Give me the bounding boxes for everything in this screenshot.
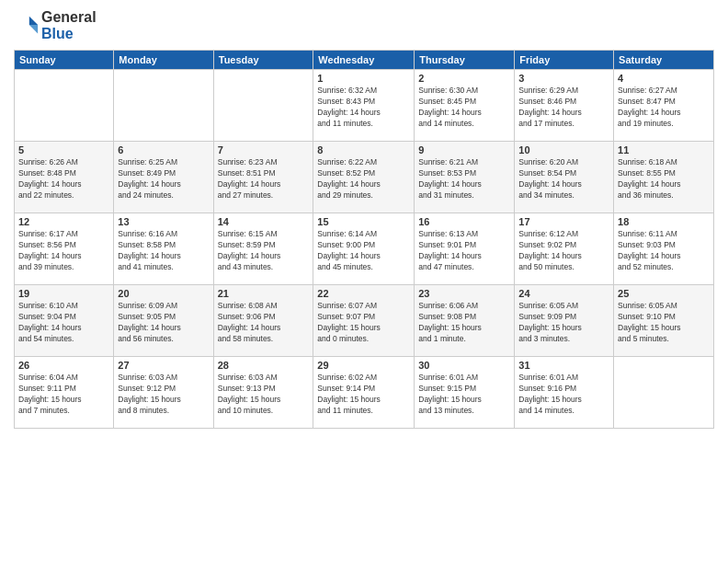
calendar: SundayMondayTuesdayWednesdayThursdayFrid… [14, 50, 714, 429]
day-info: Sunrise: 6:25 AM Sunset: 8:49 PM Dayligh… [118, 157, 209, 201]
day-info: Sunrise: 6:03 AM Sunset: 9:12 PM Dayligh… [118, 373, 209, 417]
day-number: 17 [518, 216, 609, 227]
day-number: 31 [518, 360, 609, 371]
svg-marker-1 [29, 25, 38, 33]
calendar-cell: 8Sunrise: 6:22 AM Sunset: 8:52 PM Daylig… [313, 142, 415, 213]
week-row-3: 12Sunrise: 6:17 AM Sunset: 8:56 PM Dayli… [15, 213, 714, 285]
calendar-cell: 4Sunrise: 6:27 AM Sunset: 8:47 PM Daylig… [614, 70, 714, 142]
day-number: 22 [317, 288, 410, 299]
day-info: Sunrise: 6:23 AM Sunset: 8:51 PM Dayligh… [218, 157, 310, 201]
day-info: Sunrise: 6:21 AM Sunset: 8:53 PM Dayligh… [418, 157, 510, 201]
day-number: 8 [317, 144, 410, 155]
day-number: 30 [418, 360, 510, 371]
day-number: 11 [618, 144, 710, 155]
day-number: 21 [218, 288, 310, 299]
day-number: 19 [18, 288, 109, 299]
day-info: Sunrise: 6:22 AM Sunset: 8:52 PM Dayligh… [317, 157, 410, 201]
day-number: 15 [317, 216, 410, 227]
day-number: 4 [618, 73, 710, 84]
day-info: Sunrise: 6:26 AM Sunset: 8:48 PM Dayligh… [18, 157, 109, 201]
calendar-cell: 7Sunrise: 6:23 AM Sunset: 8:51 PM Daylig… [213, 142, 313, 213]
calendar-cell: 11Sunrise: 6:18 AM Sunset: 8:55 PM Dayli… [614, 142, 714, 213]
day-info: Sunrise: 6:20 AM Sunset: 8:54 PM Dayligh… [518, 157, 609, 201]
calendar-cell: 29Sunrise: 6:02 AM Sunset: 9:14 PM Dayli… [313, 357, 415, 429]
day-number: 14 [218, 216, 310, 227]
weekday-header-tuesday: Tuesday [213, 51, 313, 70]
weekday-header-sunday: Sunday [15, 51, 114, 70]
calendar-cell: 28Sunrise: 6:03 AM Sunset: 9:13 PM Dayli… [213, 357, 313, 429]
calendar-cell: 30Sunrise: 6:01 AM Sunset: 9:15 PM Dayli… [415, 357, 515, 429]
calendar-cell: 12Sunrise: 6:17 AM Sunset: 8:56 PM Dayli… [15, 213, 114, 285]
logo-text: General Blue [41, 9, 97, 42]
day-number: 10 [518, 144, 609, 155]
day-info: Sunrise: 6:32 AM Sunset: 8:43 PM Dayligh… [317, 86, 410, 130]
day-number: 18 [618, 216, 710, 227]
weekday-header-friday: Friday [515, 51, 614, 70]
day-info: Sunrise: 6:02 AM Sunset: 9:14 PM Dayligh… [317, 373, 410, 417]
day-info: Sunrise: 6:29 AM Sunset: 8:46 PM Dayligh… [518, 86, 609, 130]
calendar-cell: 22Sunrise: 6:07 AM Sunset: 9:07 PM Dayli… [313, 285, 415, 357]
calendar-cell: 17Sunrise: 6:12 AM Sunset: 9:02 PM Dayli… [515, 213, 614, 285]
page: General Blue SundayMondayTuesdayWednesda… [0, 0, 728, 563]
day-info: Sunrise: 6:05 AM Sunset: 9:10 PM Dayligh… [618, 301, 710, 345]
calendar-cell [15, 70, 114, 142]
week-row-5: 26Sunrise: 6:04 AM Sunset: 9:11 PM Dayli… [15, 357, 714, 429]
week-row-1: 1Sunrise: 6:32 AM Sunset: 8:43 PM Daylig… [15, 70, 714, 142]
day-number: 7 [218, 144, 310, 155]
weekday-header-row: SundayMondayTuesdayWednesdayThursdayFrid… [15, 51, 714, 70]
calendar-cell: 5Sunrise: 6:26 AM Sunset: 8:48 PM Daylig… [15, 142, 114, 213]
week-row-2: 5Sunrise: 6:26 AM Sunset: 8:48 PM Daylig… [15, 142, 714, 213]
day-number: 23 [418, 288, 510, 299]
day-info: Sunrise: 6:03 AM Sunset: 9:13 PM Dayligh… [218, 373, 310, 417]
day-number: 29 [317, 360, 410, 371]
day-number: 28 [218, 360, 310, 371]
header: General Blue [14, 9, 714, 42]
day-info: Sunrise: 6:05 AM Sunset: 9:09 PM Dayligh… [518, 301, 609, 345]
day-info: Sunrise: 6:13 AM Sunset: 9:01 PM Dayligh… [418, 229, 510, 273]
weekday-header-saturday: Saturday [614, 51, 714, 70]
calendar-cell [213, 70, 313, 142]
calendar-cell: 25Sunrise: 6:05 AM Sunset: 9:10 PM Dayli… [614, 285, 714, 357]
calendar-cell [614, 357, 714, 429]
day-number: 9 [418, 144, 510, 155]
day-info: Sunrise: 6:18 AM Sunset: 8:55 PM Dayligh… [618, 157, 710, 201]
day-info: Sunrise: 6:09 AM Sunset: 9:05 PM Dayligh… [118, 301, 209, 345]
day-info: Sunrise: 6:01 AM Sunset: 9:16 PM Dayligh… [518, 373, 609, 417]
calendar-cell: 15Sunrise: 6:14 AM Sunset: 9:00 PM Dayli… [313, 213, 415, 285]
week-row-4: 19Sunrise: 6:10 AM Sunset: 9:04 PM Dayli… [15, 285, 714, 357]
day-number: 13 [118, 216, 209, 227]
day-number: 25 [618, 288, 710, 299]
weekday-header-wednesday: Wednesday [313, 51, 415, 70]
logo-icon [14, 13, 40, 39]
calendar-cell: 27Sunrise: 6:03 AM Sunset: 9:12 PM Dayli… [114, 357, 213, 429]
day-info: Sunrise: 6:14 AM Sunset: 9:00 PM Dayligh… [317, 229, 410, 273]
calendar-cell: 26Sunrise: 6:04 AM Sunset: 9:11 PM Dayli… [15, 357, 114, 429]
day-info: Sunrise: 6:16 AM Sunset: 8:58 PM Dayligh… [118, 229, 209, 273]
calendar-cell: 23Sunrise: 6:06 AM Sunset: 9:08 PM Dayli… [415, 285, 515, 357]
calendar-cell: 1Sunrise: 6:32 AM Sunset: 8:43 PM Daylig… [313, 70, 415, 142]
day-number: 3 [518, 73, 609, 84]
calendar-cell: 16Sunrise: 6:13 AM Sunset: 9:01 PM Dayli… [415, 213, 515, 285]
calendar-cell: 14Sunrise: 6:15 AM Sunset: 8:59 PM Dayli… [213, 213, 313, 285]
weekday-header-monday: Monday [114, 51, 213, 70]
day-number: 5 [18, 144, 109, 155]
day-number: 27 [118, 360, 209, 371]
day-info: Sunrise: 6:06 AM Sunset: 9:08 PM Dayligh… [418, 301, 510, 345]
day-number: 12 [18, 216, 109, 227]
logo: General Blue [14, 9, 97, 42]
day-info: Sunrise: 6:04 AM Sunset: 9:11 PM Dayligh… [18, 373, 109, 417]
calendar-cell: 2Sunrise: 6:30 AM Sunset: 8:45 PM Daylig… [415, 70, 515, 142]
day-number: 6 [118, 144, 209, 155]
calendar-cell: 21Sunrise: 6:08 AM Sunset: 9:06 PM Dayli… [213, 285, 313, 357]
day-info: Sunrise: 6:12 AM Sunset: 9:02 PM Dayligh… [518, 229, 609, 273]
day-info: Sunrise: 6:15 AM Sunset: 8:59 PM Dayligh… [218, 229, 310, 273]
day-info: Sunrise: 6:30 AM Sunset: 8:45 PM Dayligh… [418, 86, 510, 130]
weekday-header-thursday: Thursday [415, 51, 515, 70]
day-info: Sunrise: 6:01 AM Sunset: 9:15 PM Dayligh… [418, 373, 510, 417]
day-info: Sunrise: 6:27 AM Sunset: 8:47 PM Dayligh… [618, 86, 710, 130]
day-info: Sunrise: 6:10 AM Sunset: 9:04 PM Dayligh… [18, 301, 109, 345]
calendar-cell: 31Sunrise: 6:01 AM Sunset: 9:16 PM Dayli… [515, 357, 614, 429]
day-number: 26 [18, 360, 109, 371]
calendar-cell: 18Sunrise: 6:11 AM Sunset: 9:03 PM Dayli… [614, 213, 714, 285]
day-number: 24 [518, 288, 609, 299]
